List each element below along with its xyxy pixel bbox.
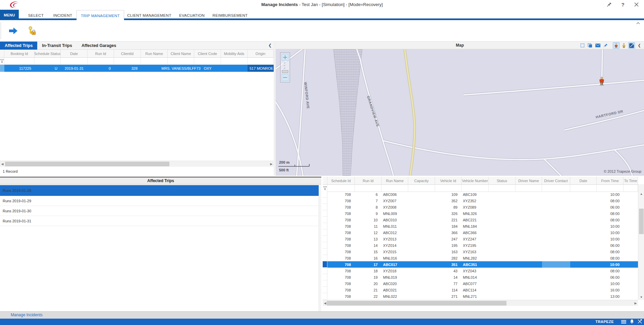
col-header-run-name[interactable]: Run Name <box>382 177 408 185</box>
runs-scrollbar[interactable] <box>319 185 321 311</box>
menu-hamburger-icon[interactable] <box>621 319 626 325</box>
cell-vehicle-number[interactable]: XYZ247 <box>462 236 489 242</box>
cell-vehicle-id[interactable]: 326 <box>435 210 462 217</box>
filter-cell[interactable] <box>597 185 624 192</box>
cell-driver-contact[interactable] <box>542 293 570 300</box>
cell-capacity[interactable] <box>408 198 435 204</box>
filter-cell[interactable] <box>168 58 194 65</box>
cell-to-time[interactable] <box>624 280 638 287</box>
filter-cell[interactable] <box>88 58 114 65</box>
cell-vehicle-id[interactable]: 109 <box>435 191 462 198</box>
cell-vehicle-number[interactable]: ABC351 <box>462 261 489 268</box>
col-header-clientid[interactable]: ClientId <box>114 50 141 58</box>
filter-cell[interactable] <box>516 185 542 192</box>
go-arrow-button[interactable] <box>7 25 19 37</box>
cell-vehicle-number[interactable]: MNL184 <box>462 223 489 229</box>
col-header-client-code[interactable]: Client Code <box>194 50 221 58</box>
cell-capacity[interactable] <box>408 204 435 210</box>
row-selector[interactable] <box>323 198 327 204</box>
filter-cell[interactable] <box>355 185 382 192</box>
mail-icon[interactable] <box>594 42 601 49</box>
cell-vehicle-number[interactable]: XYZ163 <box>462 249 489 255</box>
cell-date[interactable] <box>570 268 597 274</box>
filter-cell[interactable] <box>570 185 597 192</box>
cell-capacity[interactable] <box>408 280 435 287</box>
cell-vehicle-id[interactable]: 366 <box>435 229 462 236</box>
driver-locator-icon[interactable] <box>621 42 627 49</box>
vehicles-hscrollbar[interactable]: ◀ ▶ <box>323 300 638 306</box>
col-header-mobility-aids[interactable]: Mobility Aids <box>221 50 248 58</box>
cell-date[interactable] <box>570 249 597 255</box>
cell-vehicle-number[interactable]: ABC109 <box>462 191 489 198</box>
cell-capacity[interactable] <box>408 236 435 242</box>
scroll-up-arrow[interactable]: ▲ <box>638 191 644 197</box>
cell-run-id[interactable]: 19 <box>355 274 382 280</box>
cell-driver-contact[interactable] <box>542 249 570 255</box>
cell-vehicle-id[interactable]: 89 <box>435 204 462 210</box>
vehicle-row-run-12[interactable]: 70812ABC012366ABC36610:00 <box>323 229 638 236</box>
cell-driver-name[interactable] <box>516 268 542 274</box>
cell-driver-name[interactable] <box>516 261 542 268</box>
row-selector[interactable] <box>323 242 327 249</box>
cell-from-time[interactable]: 10:00 <box>597 229 624 236</box>
cell-status[interactable] <box>489 217 516 223</box>
row-selector[interactable] <box>323 268 327 274</box>
row-selector[interactable] <box>323 293 327 300</box>
vehicles-hscroll-thumb[interactable] <box>327 301 506 306</box>
tools-icon[interactable] <box>638 319 642 325</box>
panel-tab-in-transit-trips[interactable]: In-Transit Trips <box>37 42 77 50</box>
col-header-date[interactable]: Date <box>570 177 597 185</box>
row-selector[interactable] <box>323 236 327 242</box>
cell-driver-contact[interactable] <box>542 229 570 236</box>
map-canvas[interactable]: WINFORD AVE GRANDVIEW AVE HARTFORD DR <box>276 49 644 176</box>
layers-icon[interactable] <box>587 42 593 49</box>
client-locator-icon[interactable] <box>613 42 620 49</box>
scroll-left-arrow[interactable]: ◀ <box>0 161 5 167</box>
cell-vehicle-id[interactable]: 184 <box>435 223 462 229</box>
close-icon[interactable] <box>633 1 639 7</box>
col-header-client-name[interactable]: Client Name <box>168 50 194 58</box>
cell-to-time[interactable] <box>624 236 638 242</box>
cell-status[interactable] <box>489 236 516 242</box>
cell-capacity[interactable] <box>408 223 435 229</box>
cell-vehicle-id[interactable]: 271 <box>435 293 462 300</box>
col-header-from-time[interactable]: From Time <box>597 177 624 185</box>
row-selector[interactable] <box>323 223 327 229</box>
cell-from-time[interactable]: 10:00 <box>597 261 624 268</box>
cell-from-time[interactable]: 08:00 <box>597 198 624 204</box>
row-selector[interactable] <box>323 274 327 280</box>
filter-funnel-icon[interactable] <box>0 58 4 65</box>
cell-run-id[interactable]: 7 <box>355 198 382 204</box>
row-selector[interactable] <box>323 217 327 223</box>
row-selector[interactable] <box>323 255 327 261</box>
filter-cell[interactable] <box>248 58 274 65</box>
cell-schedule-id[interactable]: 708 <box>327 229 355 236</box>
cell-date[interactable] <box>570 198 597 204</box>
filter-cell[interactable] <box>61 58 88 65</box>
cell-date[interactable] <box>570 217 597 223</box>
marquee-select-icon[interactable] <box>579 42 586 49</box>
cell-schedule-id[interactable]: 708 <box>327 242 355 249</box>
cell-date[interactable] <box>570 274 597 280</box>
cell-run-name[interactable]: ABC010 <box>382 217 408 223</box>
cell-date[interactable] <box>570 280 597 287</box>
scroll-right-arrow[interactable]: ▶ <box>269 161 274 167</box>
cell-capacity[interactable] <box>408 210 435 217</box>
taskbar-active-task[interactable]: Manage Incidents <box>11 313 43 317</box>
cell-run-id[interactable]: 6 <box>355 191 382 198</box>
cell-status[interactable] <box>489 223 516 229</box>
cell-to-time[interactable] <box>624 287 638 293</box>
cell-vehicle-number[interactable]: XYZ043 <box>462 268 489 274</box>
cell-schedule-id[interactable]: 708 <box>327 255 355 261</box>
cell-status[interactable] <box>489 249 516 255</box>
filter-cell[interactable] <box>327 185 355 192</box>
scroll-right-arrow[interactable]: ▶ <box>633 300 638 306</box>
cell-date[interactable] <box>570 210 597 217</box>
menu-button[interactable]: MENU <box>0 10 19 20</box>
cell-schedule-id[interactable]: 708 <box>327 249 355 255</box>
cell-to-time[interactable] <box>624 191 638 198</box>
col-header-status[interactable]: Status <box>489 177 516 185</box>
trips-hscrollbar[interactable]: ◀ ▶ <box>0 161 274 167</box>
cell-driver-contact[interactable] <box>542 217 570 223</box>
cell-run-id[interactable]: 10 <box>355 217 382 223</box>
